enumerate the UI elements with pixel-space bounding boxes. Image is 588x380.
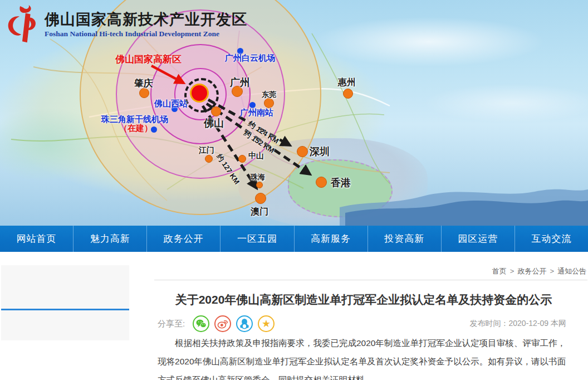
nav-item-5[interactable]: 投资高新	[368, 226, 442, 252]
banner: 佛山国家高新区 肇庆广州东莞惠州佛山江门中山珠海澳门深圳香港 广州白云机场佛山西…	[0, 0, 588, 226]
nav-item-4[interactable]: 高新服务	[295, 226, 368, 252]
breadcrumb-separator: >	[550, 267, 554, 275]
nav-item-0[interactable]: 网站首页	[0, 226, 74, 252]
publish-date: 发布时间：2020-12-09 本网	[469, 319, 566, 329]
nav-item-1[interactable]: 魅力高新	[74, 226, 147, 252]
qq-share-icon[interactable]	[236, 315, 253, 332]
breadcrumb: 首页>政务公开>通知公告	[154, 266, 586, 276]
sidebar	[1, 265, 129, 340]
main-nav: 网站首页魅力高新政务公开一区五园高新服务投资高新园区运营互动交流	[0, 226, 588, 252]
breadcrumb-separator: >	[510, 267, 514, 275]
article-body: 根据相关扶持政策及申报指南要求，我委已完成2020年制造业单打冠军企业认定项目审…	[158, 334, 566, 380]
sidebar-block-bottom	[1, 310, 129, 340]
nav-item-3[interactable]: 一区五园	[220, 226, 294, 252]
wechat-share-icon[interactable]	[193, 315, 209, 332]
sidebar-block-top	[1, 265, 129, 309]
breadcrumb-item-0[interactable]: 首页	[492, 267, 507, 275]
content-divider	[154, 280, 587, 280]
article-title: 关于2020年佛山高新区制造业单打冠军企业拟认定名单及扶持资金的公示	[154, 292, 573, 308]
page: 佛山国家高新区 肇庆广州东莞惠州佛山江门中山珠海澳门深圳香港 广州白云机场佛山西…	[0, 0, 588, 380]
nav-item-2[interactable]: 政务公开	[147, 226, 220, 252]
article-meta-row: 分享至:	[158, 315, 566, 333]
article-paragraph: 根据相关扶持政策及申报指南要求，我委已完成2020年制造业单打冠军企业认定项目审…	[158, 334, 566, 380]
share-group: 分享至:	[158, 315, 280, 332]
breadcrumb-item-1[interactable]: 政务公开	[517, 267, 546, 275]
nav-item-7[interactable]: 互动交流	[515, 226, 588, 252]
flame-logo-icon	[4, 4, 39, 48]
nav-item-6[interactable]: 园区运营	[442, 226, 515, 252]
qzone-share-icon[interactable]: ★	[258, 315, 275, 332]
site-title: 佛山国家高新技术产业开发区	[45, 11, 247, 28]
site-logo[interactable]: 佛山国家高新技术产业开发区 Foshan National Hi-tech In…	[4, 4, 247, 48]
weibo-share-icon[interactable]	[214, 315, 231, 332]
site-subtitle: Foshan National Hi-tech Industrial Devel…	[45, 30, 247, 38]
share-label: 分享至:	[158, 319, 185, 329]
breadcrumb-item-2[interactable]: 通知公告	[557, 267, 586, 275]
